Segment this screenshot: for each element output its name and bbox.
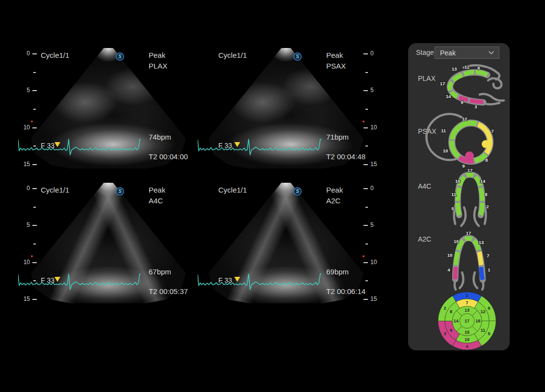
segment-label-11: 11 bbox=[451, 192, 457, 197]
segment-label-3: 3 bbox=[474, 104, 477, 109]
segment-label-8: 8 bbox=[485, 157, 488, 163]
depth-tick bbox=[363, 262, 368, 263]
segment-label-17: 17 bbox=[440, 81, 445, 86]
depth-tick bbox=[32, 225, 37, 226]
frame-cursor-icon bbox=[234, 142, 240, 147]
stage-label: Peak bbox=[326, 51, 343, 59]
bullseye-label-3: 3 bbox=[443, 331, 446, 336]
anatomy-outline bbox=[488, 78, 501, 88]
bullseye-label-1: 1 bbox=[466, 293, 468, 298]
segment-analysis-panel: Stage Peak PLAX PSAX A4C A2C 36912131417… bbox=[408, 43, 510, 350]
anatomy-outline bbox=[484, 103, 499, 104]
depth-minor-tick bbox=[33, 146, 36, 147]
ecg-waveform bbox=[198, 274, 321, 290]
depth-tick bbox=[32, 53, 37, 54]
stage-dropdown-label: Stage bbox=[416, 49, 434, 56]
segment-17 bbox=[465, 239, 472, 240]
view-label: PLAX bbox=[149, 62, 167, 70]
focus-marker-icon bbox=[363, 121, 364, 122]
bullseye-label-11: 11 bbox=[481, 328, 486, 333]
a2c-segment-diagram: 14710131517 bbox=[439, 230, 493, 290]
heart-rate: 74bpm bbox=[149, 133, 171, 141]
bullseye-label-7: 7 bbox=[466, 300, 468, 305]
ecg-trace bbox=[198, 135, 321, 158]
depth-tick-label: 10 bbox=[370, 259, 377, 266]
segment-1 bbox=[481, 267, 483, 280]
depth-tick-label: 10 bbox=[16, 124, 30, 131]
depth-tick-label: 0 bbox=[16, 185, 30, 192]
segment-7 bbox=[479, 252, 481, 265]
cycle-label: Cycle1/1 bbox=[41, 186, 69, 194]
ecg-trace bbox=[198, 270, 321, 293]
frame-cursor-icon bbox=[54, 142, 60, 147]
timestamp: T2 00:04:48 bbox=[326, 152, 365, 161]
segment-label-11: 11 bbox=[441, 128, 446, 133]
anatomy-outline bbox=[455, 280, 456, 290]
segment-3 bbox=[470, 100, 483, 102]
segment-label-10: 10 bbox=[447, 252, 453, 258]
frame-cursor-icon bbox=[234, 277, 240, 282]
a4c-segment-diagram: 25811141617 bbox=[439, 168, 493, 229]
section-label-a2c: A2C bbox=[418, 235, 431, 243]
ecg-trace bbox=[18, 270, 141, 293]
ecg-trace bbox=[18, 135, 141, 158]
depth-tick-label: 15 bbox=[370, 161, 377, 168]
quadrant-psax[interactable]: S Cycle1/1 Peak PSAX 71bpm T2 00:04:48 F… bbox=[194, 47, 385, 170]
segment-12 bbox=[459, 123, 477, 127]
depth-minor-tick bbox=[365, 109, 368, 110]
depth-minor-tick bbox=[33, 280, 36, 281]
segment-10 bbox=[456, 252, 458, 265]
anatomy-outline bbox=[474, 272, 477, 288]
segment-17 bbox=[450, 82, 452, 90]
segment-label-12: 12 bbox=[462, 116, 467, 122]
view-label: PSAX bbox=[326, 62, 346, 70]
depth-minor-tick bbox=[33, 109, 36, 110]
bullseye-label-12: 12 bbox=[480, 309, 485, 314]
depth-tick bbox=[363, 53, 368, 54]
ecg-waveform bbox=[18, 274, 141, 290]
timestamp: T2 00:04:00 bbox=[149, 152, 188, 161]
depth-tick-label: 5 bbox=[16, 87, 30, 94]
bullseye-label-5: 5 bbox=[488, 331, 490, 336]
depth-tick-label: 15 bbox=[16, 295, 30, 302]
segment-label-9: 9 bbox=[461, 99, 463, 105]
segment-label-7: 7 bbox=[491, 128, 493, 134]
depth-tick-label: 5 bbox=[16, 221, 30, 228]
depth-tick bbox=[32, 90, 37, 91]
depth-tick-label: 5 bbox=[370, 87, 374, 94]
depth-tick bbox=[363, 127, 368, 128]
segment-label-4: 4 bbox=[447, 267, 450, 272]
cycle-label: Cycle1/1 bbox=[218, 186, 247, 194]
segment-11 bbox=[458, 188, 459, 201]
stage-label: Peak bbox=[149, 186, 165, 194]
segment-label-6: 6 bbox=[477, 65, 480, 71]
segment-4 bbox=[455, 267, 456, 279]
heart-rate: 67bpm bbox=[149, 268, 171, 276]
depth-tick bbox=[363, 299, 368, 300]
depth-tick-label: 10 bbox=[370, 124, 377, 131]
quadrant-a4c[interactable]: S Cycle1/1 Peak A4C 67bpm T2 00:05:37 F … bbox=[16, 181, 191, 305]
quadrant-a2c[interactable]: S Cycle1/1 Peak A2C 69bpm T2 00:06:14 F … bbox=[194, 181, 385, 305]
depth-minor-tick bbox=[33, 72, 36, 73]
depth-tick bbox=[363, 164, 368, 165]
quadrant-plax[interactable]: S Cycle1/1 Peak PLAX 74bpm T2 00:04:00 F… bbox=[16, 47, 191, 170]
chevron-down-icon bbox=[489, 51, 494, 54]
bullseye-label-8: 8 bbox=[450, 309, 452, 314]
bullseye-label-17: 17 bbox=[465, 318, 469, 323]
segment-label-10: 10 bbox=[443, 148, 448, 153]
depth-tick bbox=[32, 164, 37, 165]
probe-logo-letter: S bbox=[118, 189, 122, 194]
stage-select[interactable]: Peak bbox=[435, 47, 499, 59]
cycle-label: Cycle1/1 bbox=[41, 51, 69, 59]
depth-minor-tick bbox=[365, 280, 368, 281]
probe-logo-letter: S bbox=[296, 189, 299, 194]
segment-label-5: 5 bbox=[451, 206, 454, 211]
segment-label-13: 13 bbox=[452, 66, 457, 72]
segment-label-16: 16 bbox=[455, 178, 461, 184]
probe-orientation-icon: S bbox=[116, 52, 124, 61]
bullseye-label-10: 10 bbox=[465, 337, 469, 342]
bullseye-label-15: 15 bbox=[465, 330, 469, 335]
segment-label-7: 7 bbox=[487, 253, 489, 258]
stage-select-value: Peak bbox=[440, 49, 456, 57]
segment-label-12: 12 bbox=[465, 64, 470, 70]
